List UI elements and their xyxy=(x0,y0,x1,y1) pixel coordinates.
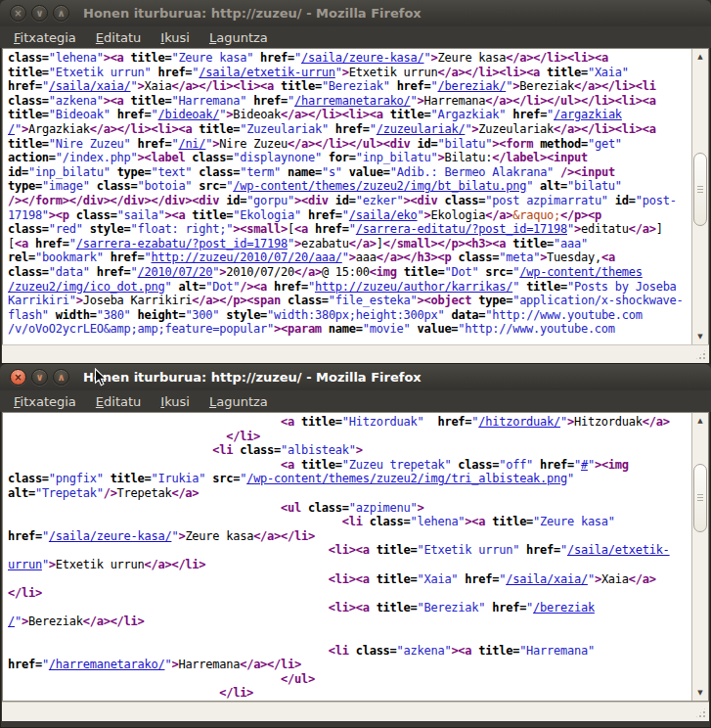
source-link[interactable]: /harremanetarako/ xyxy=(49,658,165,671)
source-code-line: href="/harremanetarako/">Harremana</a></… xyxy=(8,658,691,672)
source-code-line: class="azkena"><a title="Harremana" href… xyxy=(8,94,691,109)
source-link[interactable]: /saila/zeure-kasa/ xyxy=(301,51,424,65)
titlebar-top[interactable]: × ∨ ∧ Honen iturburua: http://zuzeu/ - M… xyxy=(0,0,711,26)
source-code-top[interactable]: class="lehena"><a title="Zeure kasa" hre… xyxy=(3,49,691,344)
source-link[interactable]: /wp-content/themes/zuzeu2/img/tri_albist… xyxy=(246,472,567,485)
statusbar-top xyxy=(2,344,709,363)
source-code-line: flash" width="380" height="300" style="w… xyxy=(8,308,691,323)
source-code-line: Karrikiri">Joseba Karrikiri</a></p><span… xyxy=(8,294,691,308)
source-window-bottom: × ∨ ∧ Honen iturburua: http://zuzeu/ - M… xyxy=(0,364,711,728)
source-link[interactable]: /ni/ xyxy=(178,137,205,151)
source-code-line: </ul> xyxy=(8,672,691,687)
titlebar-bottom[interactable]: × ∨ ∧ Honen iturburua: http://zuzeu/ - M… xyxy=(0,364,711,390)
source-link[interactable]: http://zuzeu/2010/07/20/aaa/ xyxy=(152,250,342,264)
source-code-line: </li> xyxy=(8,686,691,701)
source-code-line: /">Bereziak</a></li> xyxy=(8,614,691,629)
maximize-icon[interactable]: ∧ xyxy=(53,5,69,22)
scroll-up-icon[interactable]: ▲ xyxy=(692,414,708,428)
source-code-line: <li class="lehena"><a title="Zeure kasa" xyxy=(8,515,691,529)
source-code-line: class="lehena"><a title="Zeure kasa" hre… xyxy=(8,51,691,66)
source-code-line: <li class="albisteak"> xyxy=(8,443,691,458)
source-link[interactable]: /saila/eko xyxy=(349,208,418,222)
source-code-line: /zuzeu2/img/ico_dot.png" alt="Dot"/><a h… xyxy=(8,280,691,295)
source-code-line: title="Bideoak" href="/bideoak/">Bideoak… xyxy=(8,108,691,122)
statusbar-bottom xyxy=(2,702,709,721)
source-link[interactable]: /wp-content/themes/zuzeu2/img/bt_bilatu.… xyxy=(233,179,526,193)
window-controls-bottom: × ∨ ∧ xyxy=(10,369,69,386)
source-window-top: × ∨ ∧ Honen iturburua: http://zuzeu/ - M… xyxy=(0,0,711,364)
source-code-line: alt="Trepetak"/>Trepetak</a> xyxy=(8,486,691,501)
source-link[interactable]: / xyxy=(8,614,15,628)
source-code-line: class="data" href="/2010/07/20">2010/07/… xyxy=(8,265,691,280)
source-link[interactable]: /zuzeulariak/ xyxy=(377,122,466,136)
menu-ikusi[interactable]: Ikusi xyxy=(151,392,200,411)
window-controls-top: × ∨ ∧ xyxy=(10,5,69,22)
source-link[interactable]: /argazkiak xyxy=(554,108,622,121)
source-code-line: title="Nire Zuzeu" href="/ni/">Nire Zuze… xyxy=(8,137,691,152)
close-icon[interactable]: × xyxy=(10,369,26,386)
menubar-bottom: FitxategiaEditatuIkusiLaguntza xyxy=(0,390,711,412)
source-link[interactable]: /sarrera-ezabatu/?post_id=17198 xyxy=(76,237,288,250)
source-code-line: title="Etxetik urrun" href="/saila/etxet… xyxy=(8,66,691,80)
scroll-down-icon[interactable]: ▼ xyxy=(692,686,708,700)
source-code-line: </li> xyxy=(8,430,691,444)
menu-fitxategia[interactable]: Fitxategia xyxy=(4,392,86,411)
source-link[interactable]: /saila/etxetik-urrun xyxy=(199,66,335,79)
window-title-bottom: Honen iturburua: http://zuzeu/ - Mozilla… xyxy=(83,370,422,385)
source-link[interactable]: urrun xyxy=(8,558,42,571)
source-link[interactable]: /saila/xaia/ xyxy=(49,79,131,93)
vertical-scrollbar-bottom[interactable]: ▲ ▼ xyxy=(691,413,708,701)
source-code-line: <li><a title="Bereziak" href="/bereziak xyxy=(8,601,691,615)
source-code-line: /v/oVoO2ycrLEO&amp;amp;feature=popular">… xyxy=(8,322,691,337)
minimize-icon[interactable]: ∨ xyxy=(31,5,48,22)
source-code-line: class="red" style="float: right;"><small… xyxy=(8,222,691,237)
source-code-line: </li> xyxy=(8,586,691,601)
source-code-line: <li><a title="Etxetik urrun" href="/sail… xyxy=(8,543,691,558)
source-code-line: urrun">Etxetik urrun</a></li> xyxy=(8,558,691,572)
close-icon[interactable]: × xyxy=(10,5,26,22)
source-code-line: <li class="azkena"><a title="Harremana" xyxy=(8,644,691,659)
source-code-line: /">Argazkiak</a></li><li><a title="Zuzeu… xyxy=(8,122,691,137)
source-link[interactable]: /wp-content/themes xyxy=(519,265,643,279)
source-code-line: type="image" class="botoia" src="/wp-con… xyxy=(8,179,691,194)
menu-editatu[interactable]: Editatu xyxy=(86,392,151,411)
scrollbar-thumb-top[interactable] xyxy=(693,153,707,226)
menu-editatu[interactable]: Editatu xyxy=(86,28,151,47)
source-code-line: href="/saila/zeure-kasa/">Zeure kasa</a>… xyxy=(8,529,691,544)
source-link[interactable]: /harremanetarako/ xyxy=(294,94,411,108)
source-link[interactable]: /saila/xaia/ xyxy=(506,572,588,586)
source-link[interactable]: /bereziak xyxy=(533,601,595,614)
scroll-down-icon[interactable]: ▼ xyxy=(692,330,708,343)
source-code-line: <a title="Zuzeu trepetak" class="off" hr… xyxy=(8,458,691,473)
window-title-top: Honen iturburua: http://zuzeu/ - Mozilla… xyxy=(83,6,422,21)
resize-grip-bottom[interactable] xyxy=(694,706,707,719)
source-code-line: action="/index.php"><label class="displa… xyxy=(8,151,691,165)
source-link[interactable]: /2010/07/20 xyxy=(138,265,213,279)
vertical-scrollbar-top[interactable]: ▲ ▼ xyxy=(691,49,708,344)
menu-laguntza[interactable]: Laguntza xyxy=(200,392,278,411)
source-code-line: href="/saila/xaia/">Xaia</a></li><li><a … xyxy=(8,79,691,94)
source-view-bottom[interactable]: <a title="Hitzorduak" href="/hitzorduak/… xyxy=(2,412,709,702)
source-link[interactable]: /bideoak/ xyxy=(157,108,219,121)
desktop: × ∨ ∧ Honen iturburua: http://zuzeu/ - M… xyxy=(0,0,711,728)
source-code-line: [<a href="/sarrera-ezabatu/?post_id=1719… xyxy=(8,237,691,251)
source-link[interactable]: # xyxy=(581,458,588,472)
resize-grip-top[interactable] xyxy=(694,348,707,361)
source-link[interactable]: /sarrera-editatu/?post_id=17198 xyxy=(356,222,567,236)
source-link[interactable]: http://zuzeu/author/karrikas/ xyxy=(315,280,512,294)
source-link[interactable]: /saila/etxetik- xyxy=(567,543,670,557)
menu-laguntza[interactable]: Laguntza xyxy=(200,28,278,47)
menu-ikusi[interactable]: Ikusi xyxy=(151,28,200,47)
scroll-up-icon[interactable]: ▲ xyxy=(692,50,708,64)
source-link[interactable]: /zuzeu2/img/ico_dot.png xyxy=(8,280,164,294)
source-view-top[interactable]: class="lehena"><a title="Zeure kasa" hre… xyxy=(2,48,709,345)
source-link[interactable]: / xyxy=(8,122,15,136)
maximize-icon[interactable]: ∧ xyxy=(53,369,69,386)
menu-fitxategia[interactable]: Fitxategia xyxy=(4,28,86,47)
scrollbar-thumb-bottom[interactable] xyxy=(693,464,707,532)
source-link[interactable]: /hitzorduak/ xyxy=(478,415,560,429)
source-code-bottom[interactable]: <a title="Hitzorduak" href="/hitzorduak/… xyxy=(3,413,691,701)
source-link[interactable]: /saila/zeure-kasa/ xyxy=(49,529,172,543)
source-link[interactable]: /bereziak/ xyxy=(437,79,506,93)
minimize-icon[interactable]: ∨ xyxy=(31,369,48,386)
